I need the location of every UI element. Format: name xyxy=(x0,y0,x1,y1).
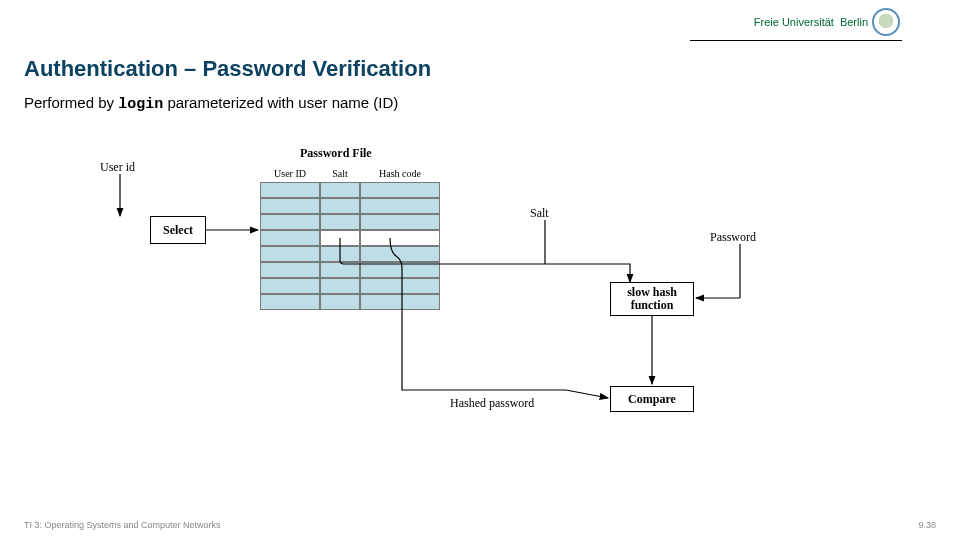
hash-function-box: slow hash function xyxy=(610,282,694,316)
subtitle-pre: Performed by xyxy=(24,94,118,111)
table-row xyxy=(260,262,440,278)
table-row xyxy=(260,198,440,214)
col-header-hash: Hash code xyxy=(360,168,440,182)
footer-page-number: 9.38 xyxy=(918,520,936,530)
footer-course: TI 3: Operating Systems and Computer Net… xyxy=(24,520,221,530)
svg-line-3 xyxy=(566,390,608,398)
col-header-salt: Salt xyxy=(320,168,360,182)
table-row xyxy=(260,230,440,246)
password-file-body xyxy=(260,182,440,310)
label-password-file: Password File xyxy=(300,146,372,161)
table-row xyxy=(260,278,440,294)
university-logo: Freie Universität Berlin xyxy=(754,8,900,36)
label-user-id: User id xyxy=(100,160,135,175)
logo-text: Freie Universität Berlin xyxy=(754,16,868,28)
col-header-user-id: User ID xyxy=(260,168,320,182)
compare-box: Compare xyxy=(610,386,694,412)
password-file-table: User ID Salt Hash code xyxy=(260,168,440,310)
logo-line1: Freie Universität xyxy=(754,16,834,28)
slide-subtitle: Performed by login parameterized with us… xyxy=(24,94,398,113)
university-seal-icon xyxy=(872,8,900,36)
logo-underline xyxy=(690,40,902,41)
label-salt: Salt xyxy=(530,206,549,221)
slide-title: Authentication – Password Verification xyxy=(24,56,431,82)
password-verification-diagram: Password File User id Salt Password Hash… xyxy=(90,140,790,480)
table-row xyxy=(260,294,440,310)
logo-line2: Berlin xyxy=(840,16,868,28)
label-hashed-password: Hashed password xyxy=(450,396,534,411)
subtitle-code: login xyxy=(118,96,163,113)
label-password: Password xyxy=(710,230,756,245)
select-box: Select xyxy=(150,216,206,244)
subtitle-post: parameterized with user name (ID) xyxy=(163,94,398,111)
table-row xyxy=(260,246,440,262)
table-row xyxy=(260,182,440,198)
table-row xyxy=(260,214,440,230)
